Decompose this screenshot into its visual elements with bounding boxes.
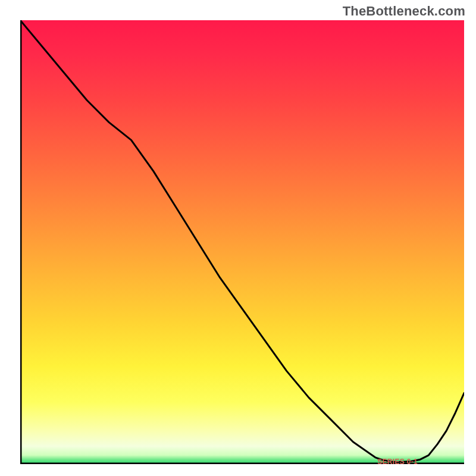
plot-area: SERIES 0-1 — [20, 20, 464, 464]
chart-stage: TheBottleneck.com SERIES 0-1 — [0, 0, 476, 476]
heat-gradient-background — [20, 20, 464, 464]
watermark-text: TheBottleneck.com — [343, 4, 465, 19]
series-label: SERIES 0-1 — [377, 458, 418, 466]
